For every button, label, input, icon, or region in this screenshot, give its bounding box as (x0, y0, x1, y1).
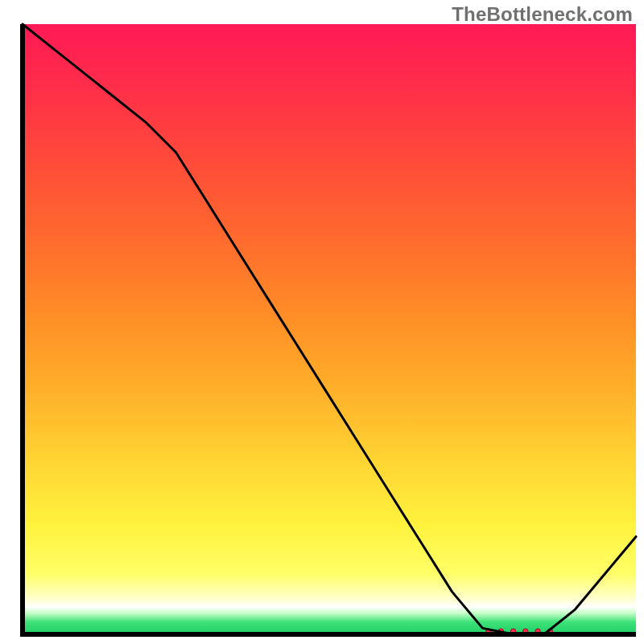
chart-svg (0, 0, 644, 644)
chart-container: TheBottleneck.com (0, 0, 644, 644)
plot-background (23, 24, 636, 634)
